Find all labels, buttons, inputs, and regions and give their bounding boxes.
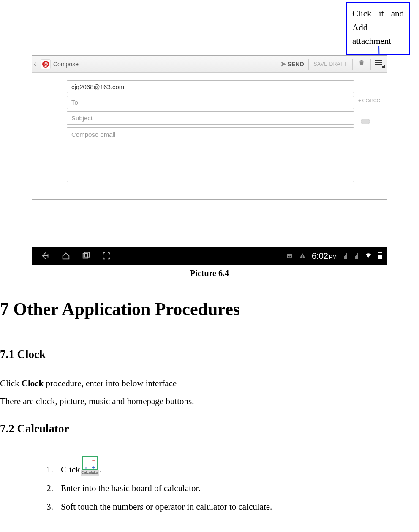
- system-nav-bar: 6:02 PM: [32, 247, 387, 265]
- status-warning-icon: [299, 252, 306, 259]
- subject-field[interactable]: Subject: [67, 111, 354, 125]
- email-app-icon: @: [41, 59, 51, 69]
- svg-rect-3: [302, 255, 302, 257]
- body-placeholder: Compose email: [71, 131, 115, 138]
- time-ampm: PM: [329, 254, 337, 260]
- compose-toolbar: ‹ @ Compose ➤ SEND SAVE DRAFT: [32, 56, 387, 73]
- send-label: SEND: [288, 61, 304, 68]
- overflow-menu-icon[interactable]: [372, 60, 387, 68]
- status-wifi-icon: [365, 251, 372, 261]
- compose-body-field[interactable]: Compose email: [67, 127, 354, 182]
- bold-text: Clock: [22, 378, 44, 388]
- list-number: 3.: [42, 500, 53, 513]
- callout-text: Click it and Add attachment: [352, 8, 404, 46]
- subject-placeholder: Subject: [71, 114, 93, 122]
- send-icon: ➤: [280, 60, 286, 68]
- text: .: [100, 463, 102, 476]
- text: Click: [0, 378, 22, 388]
- status-signal-icon: [354, 253, 359, 259]
- from-field[interactable]: cjq2068@163.com: [67, 80, 354, 93]
- trash-icon[interactable]: [354, 59, 370, 69]
- ccbcc-label: CC/BCC: [362, 98, 380, 103]
- send-button[interactable]: ➤ SEND: [277, 60, 307, 68]
- text: procedure, enter into below interface: [44, 378, 177, 388]
- figure-caption: Picture 6.4: [0, 269, 419, 278]
- toolbar-divider: [352, 59, 353, 70]
- to-placeholder: To: [71, 99, 78, 106]
- nav-back-icon[interactable]: [41, 251, 50, 261]
- section-heading-clock: 7.1 Clock: [0, 348, 46, 361]
- attachment-tab-icon[interactable]: [361, 119, 370, 124]
- list-item: 2. Enter into the basic board of calcula…: [42, 482, 272, 494]
- calculator-icon-label: Calculator: [81, 470, 99, 476]
- svg-rect-0: [83, 254, 88, 258]
- status-image-icon: [286, 252, 293, 259]
- chapter-heading: 7 Other Application Procedures: [0, 299, 240, 319]
- text: Enter into the basic board of calculator…: [61, 482, 201, 494]
- calculator-app-icon: +−×÷ Calculator: [81, 456, 99, 476]
- compose-email-screenshot: ‹ @ Compose ➤ SEND SAVE DRAFT: [32, 55, 387, 200]
- nav-recent-icon[interactable]: [82, 251, 91, 261]
- toolbar-divider: [308, 59, 309, 70]
- status-battery-icon: [378, 252, 382, 259]
- svg-rect-4: [302, 257, 302, 258]
- text: Click: [61, 463, 80, 476]
- clock-paragraph-1: Click Clock procedure, enter into below …: [0, 378, 177, 389]
- back-icon[interactable]: ‹: [34, 60, 38, 68]
- nav-screenshot-icon[interactable]: [102, 251, 111, 261]
- list-item: 1. Click +−×÷ Calculator .: [42, 456, 272, 476]
- clock-paragraph-2: There are clock, picture, music and home…: [0, 396, 194, 407]
- toolbar-divider: [370, 59, 371, 70]
- annotation-callout: Click it and Add attachment: [346, 2, 410, 55]
- from-value: cjq2068@163.com: [71, 83, 124, 90]
- time-value: 6:02: [312, 251, 328, 261]
- nav-home-icon[interactable]: [61, 251, 71, 261]
- list-item: 3. Soft touch the numbers or operator in…: [42, 500, 272, 513]
- section-heading-calculator: 7.2 Calculator: [0, 422, 69, 435]
- cc-bcc-toggle[interactable]: CC/BCC: [358, 98, 380, 103]
- save-draft-button[interactable]: SAVE DRAFT: [310, 61, 351, 67]
- to-field[interactable]: To: [67, 96, 354, 109]
- svg-rect-1: [84, 252, 89, 257]
- calculator-steps-list: 1. Click +−×÷ Calculator . 2. Enter into…: [42, 456, 272, 519]
- list-number: 1.: [42, 463, 53, 476]
- text: Soft touch the numbers or operator in ca…: [61, 500, 272, 513]
- status-clock: 6:02 PM: [312, 251, 337, 261]
- status-signal-icon: [343, 253, 348, 259]
- compose-title: Compose: [53, 61, 79, 68]
- list-number: 2.: [42, 482, 53, 494]
